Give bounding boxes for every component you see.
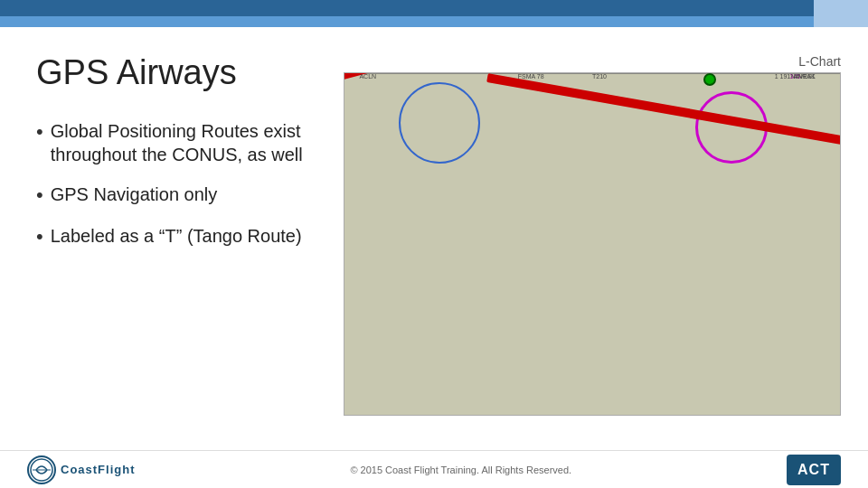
bullet-list: • Global Positioning Routes exist throug… — [36, 119, 326, 250]
chart-text-1: T210 — [592, 73, 607, 80]
chart-text-9: ARBO — [394, 72, 412, 73]
act-logo: ACT — [787, 455, 841, 485]
text-column: GPS Airways • Global Positioning Routes … — [36, 54, 326, 250]
bullet-item-2: • GPS Navigation only — [36, 183, 326, 209]
footer-right: ACT — [787, 455, 841, 485]
act-logo-text: ACT — [797, 462, 830, 478]
logo-text: CoastFlight — [61, 463, 136, 476]
vor-circle-blue — [399, 82, 480, 164]
slide-title: GPS Airways — [36, 54, 326, 92]
chart-text-2: FSMA 78 — [518, 73, 544, 80]
main-content: GPS Airways • Global Positioning Routes … — [0, 36, 868, 452]
header-accent — [814, 0, 868, 27]
logo-circle — [27, 455, 56, 484]
bullet-item-3: • Labeled as a “T” (Tango Route) — [36, 224, 326, 250]
chart-text-6: ANRAK — [793, 73, 815, 80]
logo-svg — [29, 457, 54, 483]
header-bar-bottom — [0, 16, 868, 27]
footer: CoastFlight © 2015 Coast Flight Training… — [0, 450, 868, 488]
bullet-text-2: GPS Navigation only — [51, 183, 218, 206]
chart-text-3: 1 191 — [775, 73, 791, 80]
chart-text-8: MARS — [518, 72, 536, 73]
bullet-dot-3: • — [36, 224, 43, 250]
footer-left: CoastFlight — [27, 455, 136, 484]
bullet-text-1: Global Positioning Routes exist througho… — [51, 119, 326, 166]
footer-copyright: © 2015 Coast Flight Training. All Rights… — [350, 465, 571, 475]
bullet-text-3: Labeled as a “T” (Tango Route) — [51, 224, 302, 248]
chart-area: L-Chart 43 71 — [344, 54, 841, 416]
bullet-dot-1: • — [36, 119, 43, 145]
chart-text-10: ACLN — [359, 73, 376, 80]
bullet-dot-2: • — [36, 183, 43, 209]
l-chart-label: L-Chart — [798, 54, 841, 69]
header-bar-top — [0, 0, 868, 16]
airway-line-2 — [486, 73, 841, 145]
waypoint-dot-3 — [703, 73, 716, 86]
chart-image: 43 71 T210 FSMA 78 1 191 345 NAVES1 ANRA… — [344, 72, 841, 416]
bullet-item-1: • Global Positioning Routes exist throug… — [36, 119, 326, 166]
coastflight-logo: CoastFlight — [27, 455, 136, 484]
